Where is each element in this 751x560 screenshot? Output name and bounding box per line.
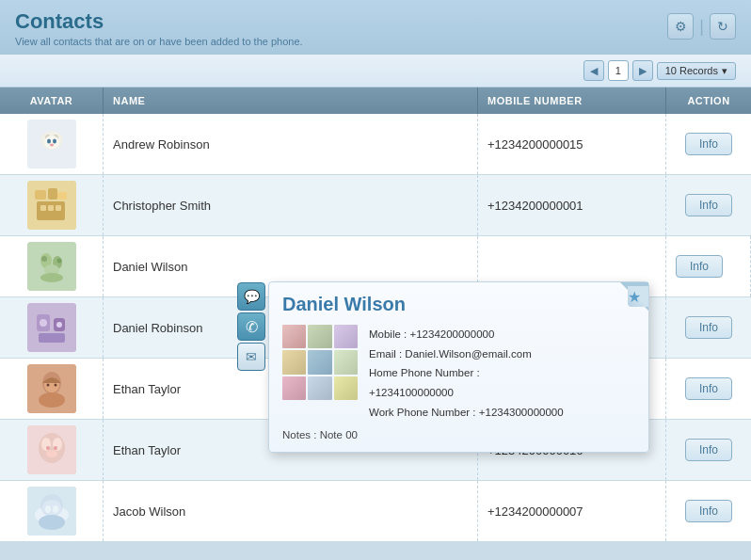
header: Contacts View all contacts that are on o… — [0, 0, 751, 55]
popup-action-buttons: 💬 ✆ ✉ — [237, 282, 265, 371]
action-cell: Info — [666, 420, 751, 480]
svg-point-32 — [39, 392, 65, 408]
svg-point-33 — [46, 384, 49, 387]
pagination-bar: ◀ 1 ▶ 10 Records ▾ — [0, 55, 751, 88]
photo-cell — [308, 350, 331, 374]
svg-point-21 — [56, 259, 61, 264]
page-subtitle: View all contacts that are on or have be… — [15, 36, 736, 47]
mobile-cell: +1234200000015 — [478, 114, 666, 174]
popup-contact-name: Daniel Wilson — [282, 294, 607, 315]
prev-page-button[interactable]: ◀ — [583, 60, 604, 81]
avatar — [27, 487, 76, 536]
page-number: 1 — [608, 60, 629, 81]
table-row: Andrew Robinson +1234200000015 Info — [0, 114, 751, 175]
popup-home-phone: Home Phone Number : — [369, 363, 564, 383]
svg-point-28 — [56, 322, 62, 328]
popup-info: Mobile : +1234200000000 Email : Daniel.W… — [369, 325, 564, 422]
svg-point-47 — [53, 505, 58, 513]
contact-name: Andrew Robinson — [113, 137, 210, 152]
favorite-star-icon[interactable]: ★ — [628, 288, 641, 306]
svg-point-48 — [39, 515, 65, 530]
avatar-cell — [0, 236, 104, 296]
photo-cell — [282, 376, 306, 400]
svg-point-46 — [45, 505, 51, 513]
svg-point-41 — [54, 446, 57, 450]
svg-rect-26 — [39, 333, 65, 343]
table-header: AVATAR NAME MOBILE NUMBER ACTION — [0, 88, 751, 114]
photo-cell — [282, 350, 306, 374]
popup-home-phone-value: +1234100000000 — [369, 383, 564, 403]
table-body: Andrew Robinson +1234200000015 Info — [0, 114, 751, 542]
info-button[interactable]: Info — [685, 500, 732, 522]
header-actions: ⚙ | ↻ — [667, 13, 736, 40]
home-phone-number: +1234100000000 — [369, 387, 454, 398]
info-button[interactable]: Info — [685, 316, 732, 339]
photo-cell — [334, 325, 358, 348]
contact-name: Christopher Smith — [113, 199, 211, 213]
avatar-cell — [0, 297, 104, 358]
svg-point-6 — [53, 139, 56, 144]
avatar-cell — [0, 114, 104, 174]
separator: | — [699, 17, 704, 37]
mobile-cell: +1234200000001 — [478, 175, 666, 235]
popup-email: Email : Daniel.Wilson@email.com — [369, 344, 564, 364]
info-button[interactable]: Info — [685, 377, 732, 400]
contact-name: Jacob Wilson — [113, 504, 185, 519]
chat-button[interactable]: 💬 — [237, 282, 265, 311]
popup-work-phone: Work Phone Number : +1234300000000 — [369, 403, 564, 423]
col-name: NAME — [104, 88, 478, 114]
popup-details-section: Mobile : +1234200000000 Email : Daniel.W… — [282, 325, 635, 422]
col-mobile: MOBILE NUMBER — [478, 88, 666, 114]
notes-value: Note 00 — [320, 429, 358, 440]
work-phone-number: +1234300000000 — [479, 407, 564, 418]
refresh-button[interactable]: ↻ — [710, 13, 736, 40]
name-cell: Andrew Robinson — [104, 114, 478, 174]
svg-rect-15 — [56, 205, 61, 211]
avatar-cell — [0, 175, 104, 235]
svg-point-45 — [40, 494, 63, 517]
table-row: Jacob Wilson +1234200000007 Info — [0, 481, 751, 542]
call-button[interactable]: ✆ — [237, 312, 265, 341]
info-button[interactable]: Info — [685, 194, 732, 216]
action-cell: Info — [666, 236, 751, 296]
contact-mobile: +1234200000007 — [487, 504, 583, 519]
contact-name: Ethan Taylor — [113, 382, 181, 396]
mobile-cell: +1234200000007 — [478, 481, 666, 541]
page-title: Contacts — [15, 9, 736, 34]
dropdown-arrow-icon: ▾ — [722, 65, 727, 77]
contact-name: Ethan Taylor — [113, 443, 181, 457]
info-button[interactable]: Info — [685, 439, 732, 461]
svg-point-27 — [40, 319, 47, 327]
popup-photo-grid — [282, 325, 358, 400]
photo-cell — [282, 325, 306, 348]
email-label: Email : — [369, 348, 402, 360]
contact-mobile: +1234200000015 — [487, 137, 583, 152]
action-cell: Info — [666, 175, 751, 235]
svg-point-5 — [47, 139, 51, 144]
records-dropdown[interactable]: 10 Records ▾ — [657, 62, 736, 80]
svg-point-4 — [44, 136, 59, 149]
svg-rect-11 — [57, 192, 67, 200]
action-cell: Info — [666, 114, 751, 174]
col-avatar: AVATAR — [0, 88, 104, 114]
mobile-value: +1234200000000 — [409, 328, 494, 340]
avatar-cell — [0, 481, 104, 541]
popup-mobile: Mobile : +1234200000000 — [369, 325, 564, 344]
avatar — [27, 242, 76, 291]
name-cell: Christopher Smith — [104, 175, 478, 235]
avatar — [27, 303, 76, 352]
col-action: ACTION — [666, 88, 751, 114]
svg-point-22 — [40, 273, 63, 282]
table-row: Daniel Wilson Info 💬 ✆ ✉ ★ Daniel Wilson — [0, 236, 751, 297]
name-cell: Jacob Wilson — [104, 481, 478, 541]
settings-button[interactable]: ⚙ — [667, 13, 694, 40]
popup-content: ★ Daniel Wilson — [269, 282, 648, 452]
svg-rect-14 — [48, 205, 54, 211]
svg-rect-23 — [27, 303, 76, 352]
popup-notes: Notes : Note 00 — [282, 429, 635, 440]
info-button[interactable]: Info — [685, 133, 732, 155]
info-button[interactable]: Info — [676, 255, 723, 278]
notes-label: Notes : — [282, 429, 316, 440]
mail-button[interactable]: ✉ — [237, 343, 265, 371]
next-page-button[interactable]: ▶ — [632, 60, 653, 81]
